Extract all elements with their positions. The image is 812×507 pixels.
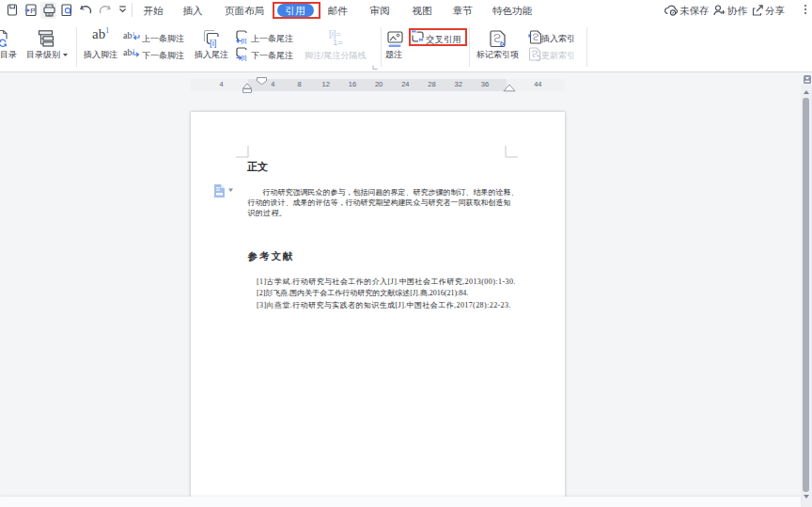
svg-text:P: P (30, 7, 35, 15)
svg-text:[i]: [i] (242, 54, 247, 61)
svg-text:[i]: [i] (210, 38, 216, 48)
svg-text:[i]: [i] (242, 37, 247, 44)
